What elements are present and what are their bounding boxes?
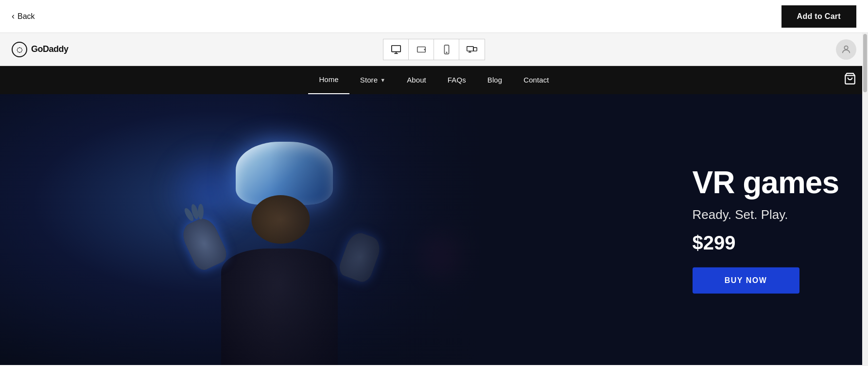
device-desktop-button[interactable] [383,39,409,60]
hero-image-area [0,94,538,365]
back-arrow-icon: ‹ [12,11,15,21]
scrollbar[interactable] [862,33,868,365]
device-toolbar [383,39,485,60]
svg-rect-0 [391,45,400,51]
nav-about-label: About [407,66,426,94]
back-label: Back [17,12,35,21]
nav-store-label: Store [360,66,378,94]
editor-bar: ◌ GoDaddy [0,33,868,66]
nav-link-contact[interactable]: Contact [513,66,559,94]
cart-icon[interactable] [844,72,856,88]
scrollbar-thumb[interactable] [863,34,867,92]
nav-home-label: Home [319,66,338,94]
store-chevron-down-icon: ▼ [380,66,385,94]
godaddy-logo: ◌ GoDaddy [12,42,69,57]
svg-point-4 [424,49,425,50]
nav-link-store[interactable]: Store ▼ [349,66,396,94]
godaddy-logo-letter: ◌ [17,46,22,53]
buy-now-button[interactable]: BUY NOW [693,267,799,294]
nav-links-list: Home Store ▼ About FAQs Blog Con [308,66,559,94]
nav-blog-label: Blog [487,66,502,94]
add-to-cart-button[interactable]: Add to Cart [781,5,856,28]
site-navigation: Home Store ▼ About FAQs Blog Con [0,66,868,94]
hero-title: VR games [693,166,839,200]
godaddy-logo-circle: ◌ [12,42,27,57]
vr-finger-3 [198,204,204,219]
tablet-icon [416,44,427,55]
nav-faqs-label: FAQs [448,66,466,94]
back-button[interactable]: ‹ Back [12,11,35,21]
nav-item-home[interactable]: Home [308,66,349,94]
vr-hand-left [178,215,230,273]
hero-section: VR games Ready. Set. Play. $299 BUY NOW [0,94,868,365]
svg-rect-8 [473,48,477,51]
nav-item-contact[interactable]: Contact [513,66,559,94]
nav-item-store[interactable]: Store ▼ [349,66,396,94]
hero-subtitle: Ready. Set. Play. [693,207,839,222]
top-bar: ‹ Back Add to Cart [0,0,868,33]
svg-point-6 [446,52,447,52]
device-tablet-button[interactable] [409,39,434,60]
nav-contact-label: Contact [523,66,549,94]
godaddy-logo-text: GoDaddy [31,44,69,54]
device-mobile-button[interactable] [434,39,459,60]
user-avatar-icon [841,44,851,55]
desktop-icon [391,44,401,55]
nav-item-faqs[interactable]: FAQs [437,66,477,94]
nav-item-about[interactable]: About [396,66,437,94]
shopping-bag-icon [844,72,856,85]
nav-link-faqs[interactable]: FAQs [437,66,477,94]
hero-fade-overlay [269,94,538,365]
nav-link-about[interactable]: About [396,66,437,94]
user-icon[interactable] [836,39,856,60]
hero-price: $299 [693,232,839,254]
svg-point-11 [844,46,848,49]
mobile-icon [441,44,452,55]
responsive-icon [467,44,477,55]
svg-rect-7 [467,46,473,50]
nav-link-blog[interactable]: Blog [477,66,513,94]
nav-item-blog[interactable]: Blog [477,66,513,94]
device-responsive-button[interactable] [459,39,485,60]
hero-content: VR games Ready. Set. Play. $299 BUY NOW [693,166,839,294]
nav-link-home[interactable]: Home [308,66,349,94]
